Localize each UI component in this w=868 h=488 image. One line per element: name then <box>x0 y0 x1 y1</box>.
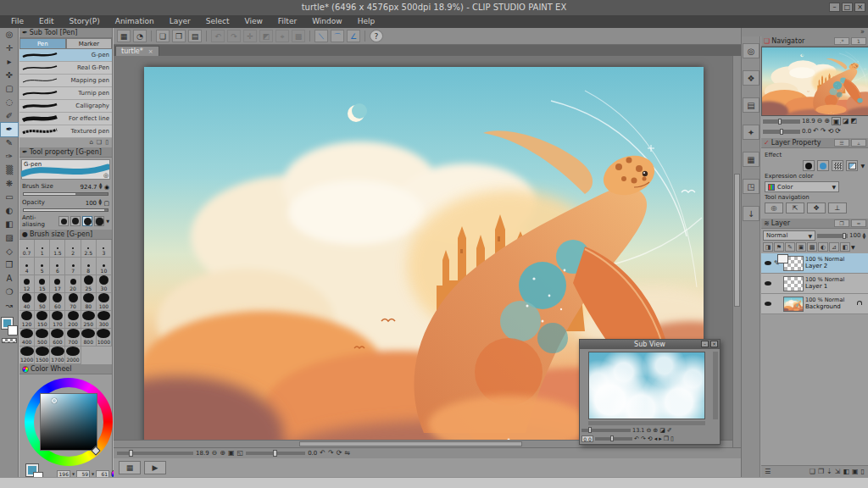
brush-size-item[interactable]: 1700 <box>50 347 65 364</box>
sv-cursor[interactable] <box>52 398 57 403</box>
brush-size-item[interactable]: 150 <box>35 311 50 329</box>
sub-view-eyedropper-icon[interactable]: ✐ <box>667 427 672 434</box>
layer-menu-icon[interactable]: ☰ <box>765 468 771 475</box>
new-file-icon[interactable]: ❏ <box>156 30 170 42</box>
navigator-reset-all-icon[interactable]: ⟳ <box>835 127 841 136</box>
scale-rotate-icon[interactable]: ⌖ <box>275 30 289 42</box>
create-mask-icon[interactable]: ◧ <box>843 468 849 475</box>
subtool-item-real-gpen[interactable]: Real G-Pen <box>19 62 112 75</box>
brush-size-item[interactable]: 800 <box>81 329 97 347</box>
antialias-more-icon[interactable]: ▼ <box>106 219 109 224</box>
brush-tool-icon[interactable]: ✑ <box>1 150 18 164</box>
frame-border-tool-icon[interactable]: ❒ <box>1 258 18 272</box>
figure-tool-icon[interactable]: ◇ <box>1 245 18 258</box>
sub-view-horizontal-scrollbar[interactable] <box>588 421 705 425</box>
subtool-item-gpen[interactable]: G-pen <box>19 49 112 62</box>
selection-tool-icon[interactable]: ▢ <box>1 82 18 96</box>
brush-size-item[interactable]: 1000 <box>97 329 112 347</box>
subtool-item-for-effect-line[interactable]: For effect line <box>19 113 112 125</box>
brush-size-item[interactable]: 0.7 <box>19 240 35 258</box>
pen-tool-icon[interactable]: ✒ <box>1 123 18 136</box>
brush-size-item[interactable]: 70 <box>65 293 81 311</box>
zoom-in-icon[interactable]: ⊕ <box>220 448 225 458</box>
sub-view-rotate-slider[interactable] <box>595 437 632 441</box>
material-download-icon[interactable]: ↓ <box>743 206 760 221</box>
new-folder-icon[interactable]: ❐ <box>818 468 824 475</box>
canvas-rotation-value[interactable]: 0.0 <box>308 450 317 457</box>
open-file-icon[interactable]: ❐ <box>172 30 186 42</box>
help-icon[interactable]: ? <box>370 30 383 42</box>
layer-row-layer2[interactable]: ✎ 100 % NormalLayer 2 <box>761 253 868 274</box>
navigator-rotation-value[interactable]: 0.0 <box>802 128 811 135</box>
brush-size-item[interactable]: 400 <box>19 329 35 347</box>
material-image-icon[interactable]: ▦ <box>743 152 760 167</box>
close-button[interactable]: × <box>854 3 865 12</box>
menu-layer[interactable]: Layer <box>162 15 198 28</box>
brush-size-item[interactable]: 500 <box>35 329 50 347</box>
menu-file[interactable]: File <box>3 15 31 28</box>
clip-studio-icon[interactable]: ◔ <box>133 30 147 42</box>
zoom-out-icon[interactable]: ⊖ <box>212 448 218 458</box>
brush-size-item[interactable]: 1500 <box>35 347 50 364</box>
move-tool-icon[interactable]: ✛ <box>1 42 18 55</box>
snap-curve-icon[interactable]: ⌒ <box>331 30 344 42</box>
layer-color-icon[interactable] <box>846 160 858 171</box>
sub-view-rotation-value[interactable]: 0.0 <box>581 435 593 442</box>
menu-edit[interactable]: Edit <box>31 15 61 28</box>
canvas-tab-close-icon[interactable]: × <box>148 47 153 57</box>
brush-size-item[interactable]: 20 <box>65 275 81 293</box>
menu-animation[interactable]: Animation <box>108 15 162 28</box>
save-icon[interactable]: ▤ <box>188 30 202 42</box>
subtool-tab-pen[interactable]: Pen <box>19 38 66 49</box>
sub-view-next-icon[interactable]: ▸ <box>659 435 662 442</box>
navigator-rotate-slider[interactable] <box>763 130 800 134</box>
transparent-color-swatch[interactable] <box>2 338 17 343</box>
navigator-zoom-value[interactable]: 18.9 <box>802 118 815 125</box>
material-small-button[interactable]: ▦ <box>119 461 141 474</box>
auto-select-tool-icon[interactable]: ◌ <box>1 96 18 109</box>
menu-view[interactable]: View <box>236 15 270 28</box>
brush-size-item[interactable]: 10 <box>97 258 112 275</box>
blend-tool-icon[interactable]: ◐ <box>1 204 18 218</box>
subtool-delete-icon[interactable]: ▯ <box>105 138 108 147</box>
menu-help[interactable]: Help <box>350 15 383 28</box>
brush-size-item[interactable]: 3 <box>97 240 112 258</box>
sub-view-zoom-out-icon[interactable]: ⊖ <box>646 427 651 434</box>
canvas-rotate-slider[interactable] <box>246 452 305 455</box>
menu-select[interactable]: Select <box>198 15 237 28</box>
brush-size-item[interactable]: 200 <box>65 311 81 329</box>
brush-size-item[interactable]: 1200 <box>19 347 35 364</box>
brush-size-item[interactable]: 2 <box>65 240 81 258</box>
opacity-value[interactable]: 100 <box>86 200 97 207</box>
operation-tool-icon[interactable]: ▸ <box>1 55 18 69</box>
navigator-flip-both-icon[interactable]: ◩ <box>851 117 858 125</box>
brush-size-item[interactable]: 600 <box>50 329 65 347</box>
brush-size-item[interactable]: 5 <box>35 258 50 275</box>
text-tool-icon[interactable]: A <box>1 272 18 286</box>
enable-mask-icon[interactable]: ◐ <box>818 242 828 252</box>
toolnav-move-icon[interactable]: ✥ <box>807 202 826 214</box>
brush-size-item[interactable]: 25 <box>81 275 97 293</box>
decoration-tool-icon[interactable]: ❋ <box>1 177 18 191</box>
zoom-tool-icon[interactable]: ◎ <box>1 28 18 42</box>
sub-view-zoom-in-icon[interactable]: ⊕ <box>653 427 658 434</box>
draft-layer-icon[interactable]: ✎ <box>785 242 795 252</box>
layer-move-tool-icon[interactable]: ✜ <box>1 69 18 82</box>
material-color-pattern-icon[interactable]: ❖ <box>743 70 760 86</box>
layer-color-button-icon[interactable]: ◧ <box>840 242 850 252</box>
quick-search-icon[interactable]: ◎ <box>743 43 760 58</box>
actual-size-icon[interactable]: ◱ <box>237 448 244 458</box>
layer-ops-more-icon[interactable]: ▼ <box>851 242 855 252</box>
brush-size-item[interactable]: 12 <box>19 275 35 293</box>
sub-view-reset-icon[interactable]: ⟲ <box>648 435 653 442</box>
brush-size-item[interactable]: 80 <box>81 293 97 311</box>
canvas-zoom-value[interactable]: 18.9 <box>196 450 209 457</box>
effect-more-icon[interactable]: ▼ <box>860 163 865 169</box>
brush-size-item[interactable]: 170 <box>50 311 65 329</box>
rotate-left-icon[interactable]: ↶ <box>320 448 326 458</box>
antialias-weak-button[interactable] <box>70 216 81 226</box>
menu-story[interactable]: Story(P) <box>62 15 108 28</box>
canvas-zoom-slider[interactable] <box>117 452 193 455</box>
layerproperty-tab-1[interactable]: ☰ <box>834 139 849 147</box>
transfer-layer-icon[interactable]: ⇣ <box>826 468 832 475</box>
